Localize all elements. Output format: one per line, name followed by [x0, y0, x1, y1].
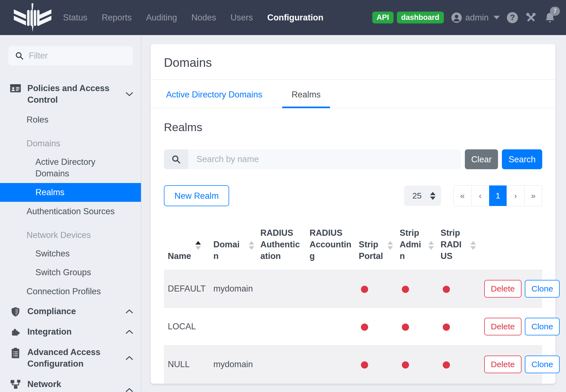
- pagination: « ‹ 1 › »: [453, 185, 542, 206]
- delete-button[interactable]: Delete: [484, 318, 522, 335]
- column-header-domain[interactable]: Domain: [209, 220, 256, 270]
- puzzle-icon: [9, 327, 22, 337]
- table-row[interactable]: DEFAULT mydomain DeleteClone: [164, 270, 542, 308]
- notifications-button[interactable]: 7: [544, 12, 556, 24]
- main-content: Domains Active Directory Domains Realms …: [142, 35, 566, 392]
- cell-radius-accounting: [306, 308, 355, 346]
- tools-icon: [525, 12, 537, 23]
- column-header-strip-portal[interactable]: Strip Portal: [355, 220, 396, 270]
- clone-button[interactable]: Clone: [525, 356, 560, 373]
- cell-radius-authentication: [256, 346, 306, 383]
- status-dot: [402, 361, 409, 369]
- sort-icon: [428, 241, 434, 250]
- cell-strip-portal: [355, 308, 396, 346]
- clone-button[interactable]: Clone: [525, 318, 560, 335]
- per-page-value: 25: [412, 191, 421, 200]
- column-label: Strip Admin: [400, 227, 424, 262]
- sort-icon: [470, 241, 476, 250]
- dashboard-badge[interactable]: dashboard: [397, 12, 444, 23]
- sidebar-item-realms[interactable]: Realms: [0, 183, 141, 202]
- sidebar-item-network-configuration[interactable]: Network Configuration: [0, 374, 141, 392]
- sidebar-item-roles[interactable]: Roles: [0, 110, 141, 129]
- cell-radius-accounting: [306, 346, 355, 383]
- search-input[interactable]: [188, 149, 461, 169]
- help-button[interactable]: ?: [507, 12, 518, 23]
- user-menu[interactable]: admin: [451, 12, 500, 23]
- sidebar-item-connection-profiles[interactable]: Connection Profiles: [0, 282, 141, 301]
- sitemap-icon: [9, 380, 22, 389]
- notification-count-badge: 7: [550, 7, 560, 16]
- clear-button[interactable]: Clear: [465, 149, 498, 169]
- sidebar-item-switch-groups[interactable]: Switch Groups: [0, 263, 141, 282]
- chevron-up-icon: [125, 356, 133, 361]
- column-header-strip-radius[interactable]: Strip RADIUS: [437, 220, 480, 270]
- cell-name: NULL: [164, 346, 209, 383]
- sidebar-item-authentication-sources[interactable]: Authentication Sources: [0, 202, 141, 221]
- sidebar-item-label: Policies and Access Control: [27, 83, 116, 106]
- nav-item-reports[interactable]: Reports: [102, 13, 132, 23]
- sidebar-item-policies-access-control[interactable]: Policies and Access Control: [0, 78, 141, 110]
- table-row[interactable]: LOCAL DeleteClone: [164, 308, 542, 346]
- status-dot: [443, 324, 450, 331]
- cell-radius-authentication: [256, 270, 306, 308]
- sidebar-section-network-devices: Network Devices: [0, 221, 141, 244]
- per-page-select[interactable]: 25: [404, 186, 441, 206]
- sidebar-item-compliance[interactable]: Compliance: [0, 301, 141, 322]
- sidebar-filter: [8, 46, 133, 65]
- nav-item-nodes[interactable]: Nodes: [191, 13, 216, 23]
- column-header-name[interactable]: Name: [164, 220, 209, 270]
- nav-item-configuration[interactable]: Configuration: [267, 13, 323, 23]
- sidebar-item-switches[interactable]: Switches: [0, 244, 141, 263]
- cell-name: DEFAULT: [164, 270, 209, 308]
- section-title: Realms: [164, 121, 542, 134]
- search-button[interactable]: Search: [502, 149, 542, 169]
- stepper-icon: [430, 192, 436, 200]
- delete-button[interactable]: Delete: [484, 356, 522, 373]
- cell-strip-portal: [355, 346, 396, 383]
- column-header-radius-authentication: RADIUS Authentication: [256, 220, 306, 270]
- column-label: RADIUS Authentication: [260, 227, 303, 262]
- cell-domain: mydomain: [209, 346, 256, 383]
- column-label: Strip RADIUS: [441, 227, 466, 262]
- status-dot: [402, 324, 409, 331]
- tab-realms[interactable]: Realms: [282, 80, 330, 108]
- tools-button[interactable]: [525, 12, 537, 23]
- delete-button[interactable]: Delete: [484, 280, 522, 298]
- username-label: admin: [465, 13, 489, 23]
- sidebar-item-advanced-access-configuration[interactable]: Advanced Access Configuration: [0, 342, 141, 374]
- column-header-strip-admin[interactable]: Strip Admin: [396, 220, 437, 270]
- nav-item-users[interactable]: Users: [230, 13, 253, 23]
- sort-asc-icon: [195, 241, 201, 250]
- nav-item-status[interactable]: Status: [63, 13, 87, 23]
- search-icon: [164, 149, 188, 169]
- card-body: Realms Clear Search New Realm: [151, 108, 555, 392]
- search-row: Clear Search: [164, 149, 542, 169]
- chevron-up-icon: [125, 309, 133, 314]
- new-realm-button[interactable]: New Realm: [164, 185, 229, 206]
- status-dot: [361, 286, 368, 293]
- column-header-actions: [480, 220, 542, 270]
- sidebar-item-label: Advanced Access Configuration: [27, 346, 116, 370]
- sidebar-item-label: Integration: [27, 326, 72, 338]
- domains-card: Domains Active Directory Domains Realms …: [151, 44, 555, 384]
- status-dot: [361, 361, 368, 369]
- api-badge[interactable]: API: [372, 12, 394, 23]
- chevron-up-icon: [125, 329, 133, 334]
- nav-item-auditing[interactable]: Auditing: [146, 13, 177, 23]
- pagination-page-1[interactable]: 1: [489, 186, 507, 206]
- search-input-group: [164, 149, 461, 169]
- sidebar-filter-input[interactable]: [29, 51, 126, 61]
- table-row[interactable]: NULL mydomain DeleteClone: [164, 346, 542, 383]
- pagination-next[interactable]: ›: [507, 186, 524, 206]
- chevron-down-icon: [125, 92, 133, 97]
- top-navbar: Status Reports Auditing Nodes Users Conf…: [0, 0, 566, 35]
- cell-strip-portal: [355, 270, 396, 308]
- pagination-last[interactable]: »: [524, 186, 542, 206]
- tab-active-directory-domains[interactable]: Active Directory Domains: [164, 80, 264, 108]
- sidebar-item-active-directory-domains[interactable]: Active Directory Domains: [0, 153, 141, 183]
- sidebar-nav: Policies and Access Control Roles Domain…: [0, 78, 141, 392]
- pagination-prev[interactable]: ‹: [471, 186, 489, 206]
- clone-button[interactable]: Clone: [525, 280, 560, 298]
- pagination-first[interactable]: «: [454, 186, 471, 206]
- sidebar-item-integration[interactable]: Integration: [0, 322, 141, 342]
